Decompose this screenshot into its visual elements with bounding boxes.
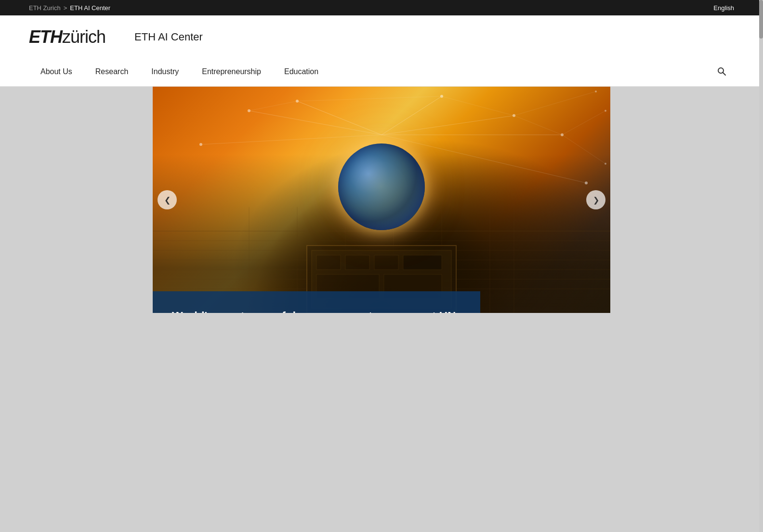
slider-outer: ❮ ❯ World's most powerful supercomputers… <box>0 87 763 313</box>
svg-line-44 <box>562 135 605 164</box>
svg-point-46 <box>605 110 606 112</box>
svg-line-1 <box>723 73 726 76</box>
svg-line-43 <box>562 111 605 135</box>
main-content: ❮ ❯ World's most powerful supercomputers… <box>0 87 763 313</box>
nav-items: About Us Research Industry Entrepreneurs… <box>29 60 330 85</box>
nav-item-research[interactable]: Research <box>84 60 140 85</box>
svg-line-42 <box>514 91 596 116</box>
scrollbar-track[interactable] <box>759 0 763 532</box>
svg-point-45 <box>595 91 597 92</box>
nav-item-industry[interactable]: Industry <box>140 60 190 85</box>
breadcrumb-separator: > <box>64 4 67 12</box>
svg-point-41 <box>585 182 588 184</box>
site-title: ETH AI Center <box>134 31 203 43</box>
slider-next-button[interactable]: ❯ <box>586 190 605 209</box>
breadcrumb: ETH Zurich > ETH AI Center <box>29 4 110 12</box>
svg-point-35 <box>296 100 299 103</box>
logo[interactable]: ETH zürich <box>29 27 105 47</box>
nav-item-about-us[interactable]: About Us <box>29 60 84 85</box>
main-nav: About Us Research Industry Entrepreneurs… <box>29 59 734 86</box>
globe-graphic <box>338 143 425 230</box>
svg-line-33 <box>514 116 562 135</box>
side-panel-left <box>0 87 153 313</box>
site-header: ETH zürich ETH AI Center About Us Resear… <box>0 15 763 87</box>
svg-point-36 <box>440 95 443 98</box>
header-top: ETH zürich ETH AI Center <box>29 27 734 47</box>
language-selector[interactable]: English <box>713 4 734 12</box>
svg-line-32 <box>442 96 514 116</box>
svg-line-29 <box>249 111 382 135</box>
slider-container: ❮ ❯ World's most powerful supercomputers… <box>153 87 610 313</box>
svg-point-39 <box>248 109 250 112</box>
svg-point-40 <box>199 143 202 146</box>
search-button[interactable] <box>709 59 734 86</box>
svg-line-24 <box>297 101 382 135</box>
logo-zurich: zürich <box>62 27 105 47</box>
top-bar: ETH Zurich > ETH AI Center English <box>0 0 763 15</box>
svg-line-26 <box>382 116 514 135</box>
side-panel-right <box>610 87 763 313</box>
slider-image: ❮ ❯ <box>153 87 610 313</box>
nav-item-entrepreneurship[interactable]: Entrepreneurship <box>190 60 273 85</box>
nav-item-education[interactable]: Education <box>273 60 330 85</box>
breadcrumb-current: ETH AI Center <box>70 4 110 12</box>
slider-prev-button[interactable]: ❮ <box>158 190 177 209</box>
svg-line-25 <box>382 96 442 135</box>
caption-title: World's most powerful supercomputers sup… <box>172 309 461 313</box>
breadcrumb-home[interactable]: ETH Zurich <box>29 4 61 12</box>
svg-point-47 <box>605 163 606 165</box>
scrollbar-thumb[interactable] <box>759 0 763 39</box>
svg-line-31 <box>297 96 442 101</box>
logo-eth: ETH <box>29 27 62 47</box>
caption-box: World's most powerful supercomputers sup… <box>153 291 480 313</box>
svg-line-34 <box>249 101 297 111</box>
